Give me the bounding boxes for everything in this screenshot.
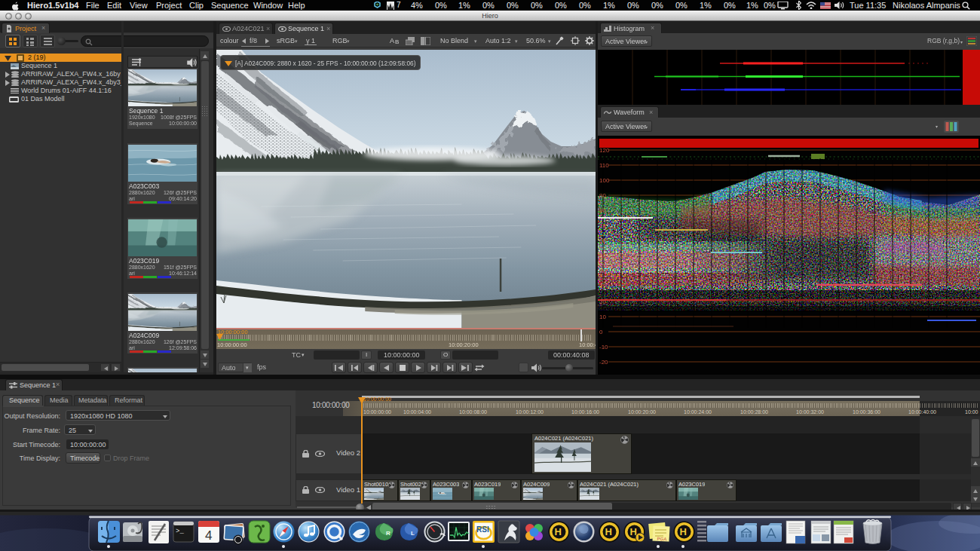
svg-text:40: 40 (599, 268, 606, 274)
svg-text:10: 10 (599, 314, 606, 320)
svg-text:RSI: RSI (476, 525, 489, 534)
svg-text:R: R (386, 530, 390, 537)
svg-text:-20: -20 (599, 359, 608, 366)
svg-text:80: 80 (599, 207, 606, 214)
svg-text:30: 30 (599, 283, 606, 289)
svg-text:-10: -10 (599, 344, 608, 350)
svg-text:H: H (680, 526, 687, 537)
svg-text:20: 20 (599, 298, 606, 305)
svg-text:PGA: PGA (657, 537, 666, 542)
svg-text:120: 120 (599, 147, 610, 154)
svg-text:H: H (605, 526, 612, 537)
svg-text:>_: >_ (176, 528, 184, 535)
svg-text:0: 0 (599, 329, 603, 335)
svg-text:90: 90 (599, 192, 606, 199)
svg-text:4: 4 (205, 528, 212, 543)
svg-text:110: 110 (599, 162, 609, 169)
svg-text:100: 100 (599, 177, 610, 184)
svg-text:70: 70 (599, 222, 606, 229)
svg-text:60: 60 (599, 237, 606, 244)
svg-text:50: 50 (599, 253, 606, 259)
svg-text:H: H (555, 526, 562, 537)
svg-text:L: L (411, 530, 415, 537)
